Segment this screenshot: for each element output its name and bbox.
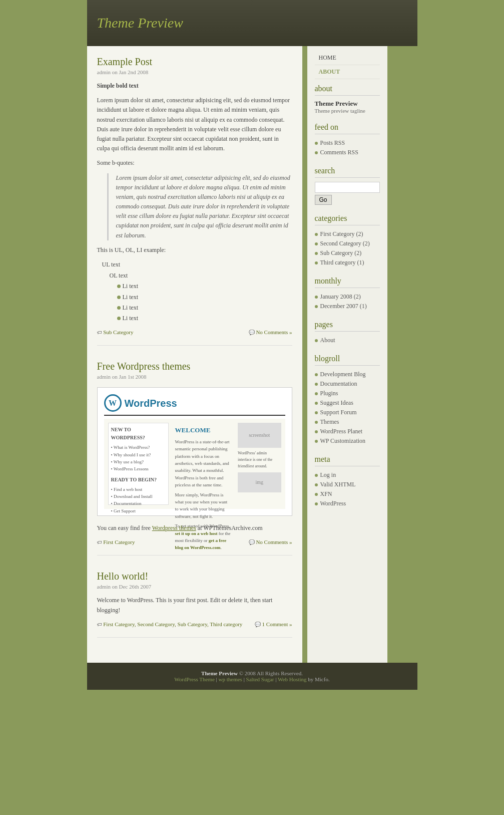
blockquote-1: Lorem ipsum dolor sit amet, consectetur … xyxy=(107,173,292,240)
footer-link-web-hosting[interactable]: Web Hosting xyxy=(278,676,306,682)
post-title-2: Free Wordpress themes xyxy=(97,361,292,372)
list-item[interactable]: Second Category (2) xyxy=(315,239,380,248)
list-item[interactable]: Themes xyxy=(315,417,380,427)
list-item[interactable]: XFN xyxy=(315,489,380,499)
about-site-name: Theme Preview xyxy=(315,100,380,108)
categories-heading: categories xyxy=(315,214,380,225)
footer-site-name: Theme Preview xyxy=(201,670,238,676)
meta-heading: meta xyxy=(315,455,380,466)
post-comments-1[interactable]: 💬 No Comments » xyxy=(249,329,292,335)
bold-text-1: Simple bold text xyxy=(97,82,139,89)
sidebar-monthly: monthly January 2008 (2) December 2007 (… xyxy=(315,277,380,311)
post-meta-3: admin on Dec 26th 2007 xyxy=(97,584,292,590)
list-item[interactable]: About xyxy=(315,336,380,345)
list-item[interactable]: January 2008 (2) xyxy=(315,292,380,302)
post-example: Example Post admin on Jan 2nd 2008 Simpl… xyxy=(97,56,292,346)
footer-copyright: © 2008 All Rights Reserved. xyxy=(239,670,303,676)
post-meta-1: admin on Jan 2nd 2008 xyxy=(97,69,292,75)
nav-home[interactable]: HOME xyxy=(315,51,380,65)
list-item[interactable]: Posts RSS xyxy=(315,138,380,148)
list-item[interactable]: Valid XHTML xyxy=(315,480,380,489)
search-heading: search xyxy=(315,166,380,178)
list-item[interactable]: WordPress Planet xyxy=(315,427,380,436)
about-tagline: Theme preview tagline xyxy=(315,108,380,114)
footer-link-wp-theme[interactable]: WordPress Theme xyxy=(174,676,214,682)
post-footer-3: 🏷 First Category, Second Category, Sub C… xyxy=(97,621,292,627)
search-input[interactable] xyxy=(315,182,380,193)
wordpress-themes-link[interactable]: Wordpress themes xyxy=(152,524,196,531)
list-item: Li text xyxy=(117,282,292,291)
list-item[interactable]: WP Customization xyxy=(315,436,380,446)
list-item: Li text xyxy=(117,303,292,313)
pages-heading: pages xyxy=(315,320,380,332)
list-item[interactable]: Documentation xyxy=(315,379,380,389)
footer: Theme Preview © 2008 All Rights Reserved… xyxy=(87,663,417,690)
post-category-1[interactable]: 🏷 Sub Category xyxy=(97,329,134,335)
feed-heading: feed on xyxy=(315,123,380,134)
sidebar-feed: feed on Posts RSS Comments RSS xyxy=(315,123,380,157)
post2-text: You can easy find free Wordpress themes … xyxy=(97,523,292,533)
wp-screenshot: W WordPress NEW TO WORDPRESS? • What is … xyxy=(97,387,292,516)
list-item: Li text xyxy=(117,293,292,302)
ol-item: OL text xyxy=(110,271,292,281)
search-button[interactable]: Go xyxy=(315,195,332,205)
footer-link-wp-themes[interactable]: wp themes xyxy=(219,676,242,682)
blogroll-heading: blogroll xyxy=(315,354,380,366)
top-nav: HOME ABOUT xyxy=(315,51,380,79)
list-item[interactable]: Development Blog xyxy=(315,370,380,379)
post-wordpress-themes: Free Wordpress themes admin on Jan 1st 2… xyxy=(97,361,292,556)
list-item[interactable]: WordPress xyxy=(315,499,380,508)
post-hello-world: Hello world! admin on Dec 26th 2007 Welc… xyxy=(97,571,292,637)
bquotes-label: Some b-quotes: xyxy=(97,158,292,168)
list-item[interactable]: Comments RSS xyxy=(315,148,380,157)
monthly-heading: monthly xyxy=(315,277,380,288)
about-heading: about xyxy=(315,84,380,96)
list-item[interactable]: December 2007 (1) xyxy=(315,302,380,311)
post-category-2[interactable]: 🏷 First Category xyxy=(97,539,135,545)
post-comments-3[interactable]: 💬 1 Comment » xyxy=(255,621,292,627)
nav-about[interactable]: ABOUT xyxy=(315,65,380,79)
post-category-3[interactable]: 🏷 First Category, Second Category, Sub C… xyxy=(97,621,243,627)
list-item[interactable]: Log in xyxy=(315,470,380,480)
list-item[interactable]: First Category (2) xyxy=(315,229,380,239)
post-para-1: Lorem ipsum dolor sit amet, consectetur … xyxy=(97,96,292,153)
list-item[interactable]: Third category (1) xyxy=(315,258,380,267)
list-label: This is UL, OL, LI example: xyxy=(97,245,292,255)
post-title-1: Example Post xyxy=(97,56,292,68)
list-item: Li text xyxy=(117,314,292,323)
list-item[interactable]: Support Forum xyxy=(315,408,380,417)
list-item[interactable]: Suggest Ideas xyxy=(315,398,380,408)
sidebar-pages: pages About xyxy=(315,320,380,345)
footer-by: by Micfo. xyxy=(308,676,329,682)
site-title: Theme Preview xyxy=(97,15,407,31)
list-item[interactable]: Plugins xyxy=(315,389,380,398)
post-title-3: Hello world! xyxy=(97,571,292,582)
sidebar-meta: meta Log in Valid XHTML XFN WordPress xyxy=(315,455,380,508)
sidebar-search: search Go xyxy=(315,166,380,205)
post-meta-2: admin on Jan 1st 2008 xyxy=(97,374,292,380)
footer-link-salted-sugar[interactable]: Salted Sugar xyxy=(246,676,274,682)
sidebar-about: about Theme Preview Theme preview taglin… xyxy=(315,84,380,114)
list-item[interactable]: Sub Category (2) xyxy=(315,248,380,258)
sidebar-blogroll: blogroll Development Blog Documentation … xyxy=(315,354,380,446)
ul-item: UL text xyxy=(102,260,292,269)
sidebar-categories: categories First Category (2) Second Cat… xyxy=(315,214,380,267)
li-list: Li text Li text Li text Li text xyxy=(117,282,292,323)
post-footer-1: 🏷 Sub Category 💬 No Comments » xyxy=(97,329,292,335)
post-comments-2[interactable]: 💬 No Comments » xyxy=(249,539,292,545)
post3-para: Welcome to WordPress. This is your first… xyxy=(97,596,292,615)
